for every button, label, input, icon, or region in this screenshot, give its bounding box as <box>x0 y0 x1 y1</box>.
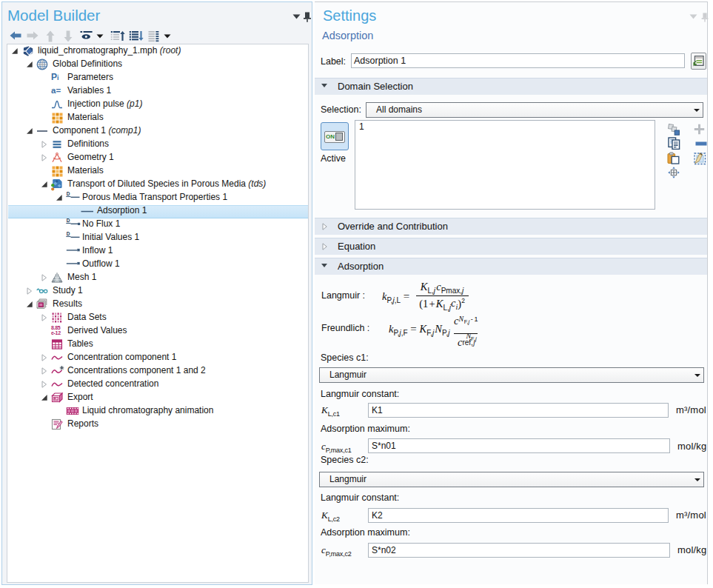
svg-text:D: D <box>67 218 70 223</box>
svg-text:D: D <box>67 192 70 196</box>
svg-text:D: D <box>67 232 70 236</box>
